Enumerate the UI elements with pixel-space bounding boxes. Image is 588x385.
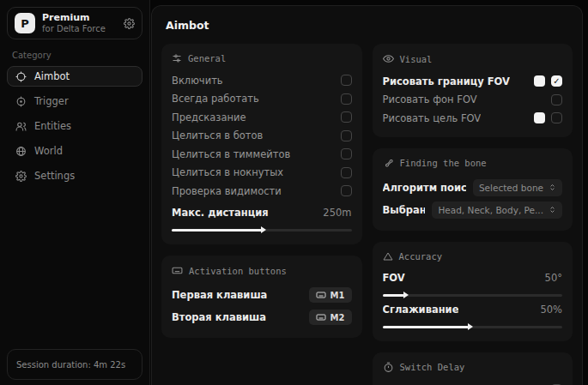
selected-bones-select[interactable]: Head, Neck, Body, Pe... [432,202,562,219]
section-accuracy: Accuracy FOV 50° Сглаживание 50% [373,242,573,341]
slider-value: 250m [323,207,351,219]
checkbox[interactable] [341,75,352,86]
toggle-row: Целиться в тиммейтов [172,145,352,164]
slider-value: 50% [540,304,562,316]
sidebar-item-label: Trigger [34,95,69,107]
keybind-button[interactable]: M1 [309,287,352,303]
brand-card: P Premium for Delta Force [7,7,142,39]
toggle-row: Включить [172,71,352,90]
sidebar-item-settings[interactable]: Settings [7,165,142,186]
brand-title: Premium [42,13,117,24]
checkbox[interactable] [551,112,562,123]
section-title: Activation buttons [189,266,287,276]
section-title: Accuracy [399,251,443,262]
section-title: General [188,53,226,63]
toggle-label: Целиться в тиммейтов [172,148,290,160]
checkbox[interactable] [551,75,562,87]
dropdown-label: Выбранные кости [383,204,426,216]
brand-subtitle: for Delta Force [42,24,117,34]
toggle-label: Проверка видимости [172,185,282,197]
sidebar-item-label: Settings [34,170,75,182]
toggle-row: Предсказание [172,108,352,127]
visual-label: Рисовать фон FOV [383,93,477,105]
visual-label: Рисовать цель FOV [383,112,482,124]
toggle-label: Включить [172,75,223,87]
sidebar-item-label: Aimbot [34,70,70,82]
sidebar-item-entities[interactable]: Entities [7,116,142,136]
section-visual: Visual Рисовать границу FOV Рисовать фон… [373,44,573,137]
gear-icon[interactable] [124,18,135,29]
slider-row: FOV 50° [383,269,563,288]
sidebar: P Premium for Delta Force Category Aimbo… [0,0,150,385]
section-finding-the-bone: Finding the bone Алгоритм поиска костей … [373,148,573,231]
visual-label: Рисовать границу FOV [383,75,510,87]
slider-row: Сглаживание 50% [383,300,563,319]
visual-row: Рисовать границу FOV [383,72,563,91]
entities-icon [15,121,27,132]
triangle-icon [383,251,393,262]
section-title: Visual [400,54,433,64]
checkbox[interactable] [341,185,352,196]
sidebar-item-aimbot[interactable]: Aimbot [7,66,142,87]
page-title: Aimbot [166,19,573,32]
max-distance-slider[interactable] [172,229,352,232]
sidebar-item-label: World [34,145,63,157]
trigger-icon [15,96,27,107]
timer-icon [383,362,394,373]
gear-icon [15,171,27,182]
crosshair-icon [15,71,27,82]
checkbox[interactable] [551,94,562,105]
keybind-label: Первая клавиша [172,289,267,301]
smoothing-slider[interactable] [383,326,563,328]
sidebar-item-trigger[interactable]: Trigger [7,91,142,111]
brand-logo: P [15,13,35,33]
sidebar-nav: Aimbot Trigger Entities World [7,66,142,186]
globe-icon [15,146,27,157]
dropdown-label: Алгоритм поиска костей [383,182,466,194]
color-swatch[interactable] [534,75,545,87]
checkbox[interactable] [341,148,352,159]
toggle-label: Всегда работать [172,93,259,105]
keybind-row: Первая клавиша M1 [172,284,352,306]
keyboard-icon [172,265,183,276]
toggle-row: Задержка переключения [383,381,563,385]
color-swatch[interactable] [534,112,545,123]
category-label: Category [12,51,142,60]
checkbox[interactable] [341,111,352,123]
slider-value: 50° [545,272,562,284]
bone-algorithm-select[interactable]: Selected bone [473,179,562,196]
section-title: Switch Delay [400,362,465,372]
visual-row: Рисовать цель FOV [383,109,563,128]
sidebar-item-label: Entities [34,120,71,132]
section-activation-buttons: Activation buttons Первая клавиша M1 Вто… [161,256,362,338]
sliders-icon [172,53,182,63]
slider-label: Сглаживание [383,304,459,316]
fov-slider[interactable] [383,294,563,297]
checkbox[interactable] [341,130,352,141]
slider-label: FOV [383,272,405,284]
slider-row: Макс. дистанция 250m [172,204,352,223]
dropdown-row: Алгоритм поиска костей Selected bone [383,177,563,199]
keyboard-icon [316,290,326,300]
keybind-button[interactable]: M2 [309,310,352,325]
select-arrows-icon [549,183,556,191]
toggle-label: Предсказание [172,111,246,123]
section-general: General Включить Всегда работать Предска… [161,44,362,244]
checkbox[interactable] [341,167,352,178]
checkbox[interactable] [341,93,352,105]
toggle-label: Целиться в ботов [172,129,263,141]
visual-row: Рисовать фон FOV [383,91,563,110]
session-duration: Session duration: 4m 22s [7,349,142,380]
dropdown-row: Выбранные кости Head, Neck, Body, Pe... [383,199,563,221]
section-title: Finding the bone [400,158,487,168]
keybind-label: Вторая клавиша [172,311,266,323]
keyboard-icon [316,312,326,322]
app-root: P Premium for Delta Force Category Aimbo… [0,0,588,385]
sidebar-item-world[interactable]: World [7,141,142,161]
keybind-row: Вторая клавиша M2 [172,306,352,328]
section-switch-delay: Switch Delay Задержка переключения Задер… [373,352,573,385]
select-arrows-icon [549,206,556,214]
eye-icon [383,53,394,64]
toggle-row: Целиться в нокнутых [172,164,352,183]
toggle-row: Целиться в ботов [172,127,352,146]
